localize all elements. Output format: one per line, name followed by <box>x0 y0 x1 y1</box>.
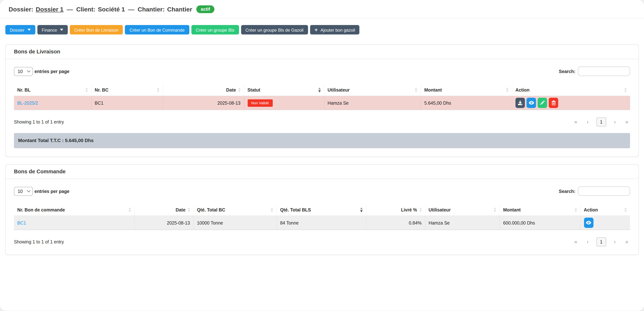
add-gazoil-button[interactable]: + Ajouter bon gazoil <box>310 25 360 34</box>
eye-icon <box>586 220 592 225</box>
sort-icon <box>270 207 273 212</box>
bons-livraison-title: Bons de Livraison <box>6 45 638 59</box>
bc-number-link[interactable]: BC1 <box>17 220 26 225</box>
bl-row-date: 2025-08-13 <box>162 96 244 110</box>
bc-col-livre[interactable]: Livré % <box>366 205 425 216</box>
bc-row-livre: 0.84% <box>366 216 425 230</box>
download-icon <box>518 100 523 105</box>
dossier-dropdown-label: Dossier <box>10 27 24 32</box>
bc-pagination: « ‹ 1 › » <box>572 237 630 246</box>
bl-row-actions <box>516 98 558 108</box>
bc-col-montant[interactable]: Montant <box>499 205 580 216</box>
bc-col-date[interactable]: Date <box>134 205 193 216</box>
view-button[interactable] <box>526 98 536 108</box>
app-stage: Dossier: Dossier 1 — Client: Société 1 —… <box>0 0 644 311</box>
bc-per-page: 10 entries per page <box>14 186 70 196</box>
bl-entries-per-page-select[interactable]: 10 <box>14 67 33 76</box>
bc-row-montant: 600.000,00 Dhs <box>499 216 580 230</box>
chevron-down-icon <box>27 189 30 192</box>
add-gazoil-label: Ajouter bon gazoil <box>320 27 355 32</box>
dossier-dropdown-button[interactable]: Dossier <box>5 25 35 34</box>
eye-icon <box>528 101 534 105</box>
bl-search-input[interactable] <box>578 66 630 76</box>
bl-col-statut[interactable]: Statut <box>244 85 324 96</box>
bl-table-controls: 10 entries per page Search: <box>14 66 630 76</box>
bc-row-qte-bls: 84 Tonne <box>276 216 366 230</box>
bl-col-montant[interactable]: Montant <box>420 85 512 96</box>
bons-commande-card: Bons de Commande 10 entries per page Sea… <box>5 164 638 255</box>
edit-button[interactable] <box>538 98 547 108</box>
bl-col-nr-bl[interactable]: Nr. BL <box>14 85 91 96</box>
finance-dropdown-button[interactable]: Finance <box>37 25 68 34</box>
bc-col-utilisateur[interactable]: Utilisateur <box>425 205 499 216</box>
pagination-page-1-button[interactable]: 1 <box>596 117 606 126</box>
bc-per-page-value: 10 <box>18 189 23 194</box>
bl-per-page: 10 entries per page <box>14 67 70 76</box>
pagination-first-button[interactable]: « <box>572 119 579 125</box>
sort-icon <box>506 88 508 92</box>
bc-col-qte-bc[interactable]: Qté. Total BC <box>193 205 276 216</box>
bl-table-header: Nr. BL Nr. BC Date Statut Utilisateur Mo… <box>14 85 630 96</box>
bl-col-action[interactable]: Action <box>512 85 630 96</box>
pagination-last-button[interactable]: » <box>624 239 630 245</box>
status-badge: actif <box>196 5 214 13</box>
chevron-down-icon <box>28 29 31 31</box>
create-group-bls-button[interactable]: Créer un groupe Bls <box>191 25 239 34</box>
pagination-prev-button[interactable]: ‹ <box>584 119 591 125</box>
bc-table-header: Nr. Bon de commande Date Qté. Total BC Q… <box>14 205 630 216</box>
client-label: Client: <box>76 6 95 12</box>
pagination-next-button[interactable]: › <box>612 119 618 125</box>
bc-col-qte-bls[interactable]: Qté. Total BLS <box>276 205 366 216</box>
pagination-last-button[interactable]: » <box>624 119 630 125</box>
bc-col-action[interactable]: Action <box>580 205 630 216</box>
create-bl-button[interactable]: Créer Bon de Livraison <box>70 25 123 34</box>
bl-table-footer: Showing 1 to 1 of 1 entry « ‹ 1 › » <box>14 117 630 126</box>
bl-per-page-value: 10 <box>18 69 23 74</box>
chevron-down-icon <box>27 69 30 72</box>
pagination-prev-button[interactable]: ‹ <box>584 239 591 245</box>
bons-livraison-body: 10 entries per page Search: Nr. BL Nr. B… <box>6 59 638 156</box>
separator-dash: — <box>128 6 135 12</box>
chantier-label: Chantier: <box>138 6 165 12</box>
bc-row-qte-bc: 10000 Tonne <box>193 216 276 230</box>
bc-search: Search: <box>559 186 630 196</box>
create-bc-button[interactable]: Créer un Bon de Commande <box>125 25 189 34</box>
bl-total-bar: Montant Total T.T.C : 5.645,00 Dhs <box>14 133 630 148</box>
pagination-page-1-button[interactable]: 1 <box>596 237 606 246</box>
sort-icon <box>188 207 190 212</box>
bl-col-utilisateur[interactable]: Utilisateur <box>324 85 420 96</box>
sort-icon <box>574 207 577 212</box>
bl-per-page-label: entries per page <box>34 69 70 74</box>
bc-col-nr-bc[interactable]: Nr. Bon de commande <box>14 205 134 216</box>
plus-icon: + <box>314 27 318 32</box>
bc-search-input[interactable] <box>578 186 630 196</box>
pagination-next-button[interactable]: › <box>612 239 618 245</box>
bons-commande-title: Bons de Commande <box>6 164 638 179</box>
bc-table-row: BC1 2025-08-13 10000 Tonne 84 Tonne 0.84… <box>14 216 630 230</box>
create-group-gazoil-button[interactable]: Créer un groupe Bls de Gazoil <box>241 25 308 34</box>
bc-entries-per-page-select[interactable]: 10 <box>14 186 33 196</box>
bc-showing-text: Showing 1 to 1 of 1 entry <box>14 240 64 244</box>
sort-icon <box>624 88 627 92</box>
sort-icon <box>415 88 418 92</box>
bc-row-date: 2025-08-13 <box>134 216 193 230</box>
bl-table-row: BL-2025/2 BC1 2025-08-13 Non Validé Hamz… <box>14 96 630 110</box>
sort-icon <box>85 88 88 92</box>
bons-commande-body: 10 entries per page Search: Nr. Bon de c… <box>6 179 638 254</box>
bl-col-nr-bc[interactable]: Nr. BC <box>91 85 162 96</box>
delete-button[interactable] <box>549 98 558 108</box>
client-value: Société 1 <box>98 6 125 12</box>
app-panel: Dossier: Dossier 1 — Client: Société 1 —… <box>0 0 644 311</box>
view-button[interactable] <box>584 218 593 228</box>
bl-search-label: Search: <box>559 69 575 74</box>
bl-col-date[interactable]: Date <box>162 85 244 96</box>
bl-row-montant: 5.645,00 Dhs <box>420 96 512 110</box>
pagination-first-button[interactable]: « <box>572 239 579 245</box>
dossier-link[interactable]: Dossier 1 <box>36 6 64 12</box>
chevron-down-icon <box>60 29 63 31</box>
bc-table-footer: Showing 1 to 1 of 1 entry « ‹ 1 › » <box>14 237 630 246</box>
download-button[interactable] <box>516 98 525 108</box>
pencil-icon <box>540 100 545 105</box>
bl-number-link[interactable]: BL-2025/2 <box>17 100 38 105</box>
chantier-value: Chantier <box>167 6 192 12</box>
